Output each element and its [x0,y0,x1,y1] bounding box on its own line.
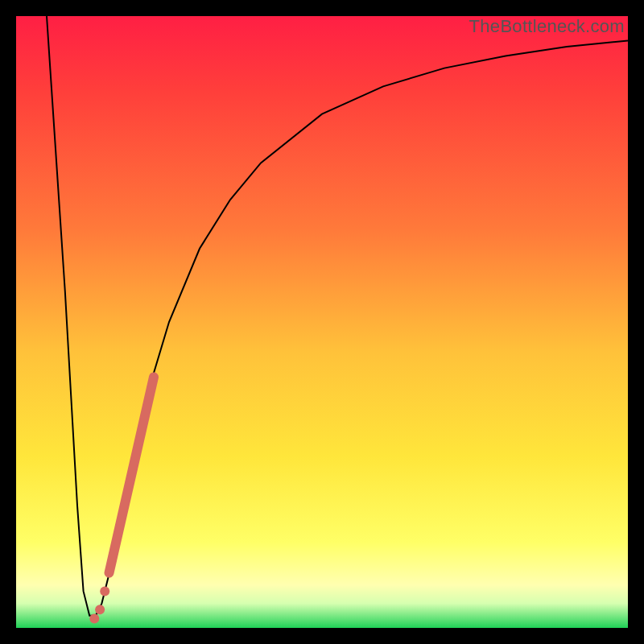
highlight-segment [109,377,154,572]
highlight-dot [89,614,99,624]
highlight-dot [95,605,105,614]
plot-area: TheBottleneck.com [16,16,628,628]
highlight-dot [100,586,109,596]
chart-frame: TheBottleneck.com [0,0,644,644]
bottleneck-curve [47,16,628,616]
chart-svg [16,16,628,628]
highlight-dots [89,586,109,623]
